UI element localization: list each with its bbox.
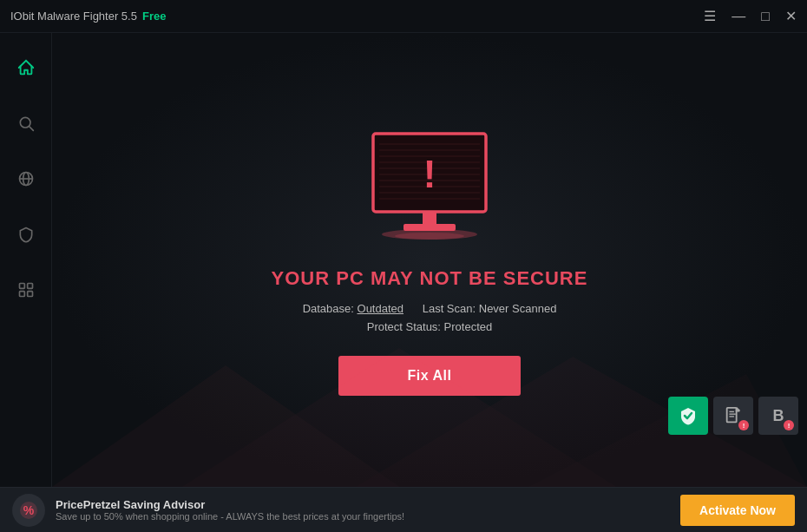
svg-rect-5 <box>19 284 24 289</box>
warning-title: YOUR PC MAY NOT BE SECURE <box>272 267 588 290</box>
promo-text: PricePretzel Saving Advisor Save up to 5… <box>56 498 404 522</box>
sidebar-item-protection[interactable] <box>9 217 43 252</box>
price-pretzel-icon: % <box>12 494 45 527</box>
promo-description: Save up to 50% when shopping online - AL… <box>56 511 404 522</box>
sidebar-item-network[interactable] <box>9 161 43 196</box>
svg-rect-26 <box>423 212 436 224</box>
svg-rect-30 <box>727 408 737 423</box>
menu-icon[interactable]: ☰ <box>704 8 716 24</box>
block-list-button[interactable]: B ! <box>758 397 798 435</box>
app-title-area: IObit Malware Fighter 5.5 Free <box>10 10 166 23</box>
bottom-bar: % PricePretzel Saving Advisor Save up to… <box>0 487 807 532</box>
minimize-icon[interactable]: — <box>732 9 745 24</box>
sidebar <box>0 33 52 487</box>
shield-status-button[interactable] <box>668 397 708 435</box>
sidebar-item-scan[interactable] <box>9 106 43 141</box>
window-controls: ☰ — □ ✕ <box>704 8 797 24</box>
svg-rect-6 <box>27 284 32 289</box>
activate-now-button[interactable]: Activate Now <box>680 495 795 526</box>
close-icon[interactable]: ✕ <box>785 8 797 24</box>
svg-rect-7 <box>19 292 24 297</box>
title-bar: IObit Malware Fighter 5.5 Free ☰ — □ ✕ <box>0 0 807 33</box>
main-content: ! YOUR PC MAY NOT BE SECURE Database: Ou… <box>52 33 807 487</box>
maximize-icon[interactable]: □ <box>761 9 770 24</box>
svg-rect-8 <box>27 292 32 297</box>
bold-b-icon: B <box>773 407 784 425</box>
sidebar-item-home[interactable] <box>9 50 43 85</box>
bottom-icon-group: ! B ! <box>668 397 798 435</box>
free-badge: Free <box>142 10 166 23</box>
warning-monitor-icon: ! <box>360 125 499 250</box>
alert-doc-button[interactable]: ! <box>713 397 753 435</box>
block-list-badge: ! <box>784 420 794 430</box>
sidebar-item-tools[interactable] <box>9 273 43 307</box>
svg-text:!: ! <box>423 153 436 195</box>
promo-title: PricePretzel Saving Advisor <box>56 498 404 511</box>
main-layout: ! YOUR PC MAY NOT BE SECURE Database: Ou… <box>0 33 807 487</box>
promo-area: % PricePretzel Saving Advisor Save up to… <box>12 494 404 527</box>
svg-text:%: % <box>23 503 35 517</box>
app-title: IObit Malware Fighter 5.5 <box>10 10 137 23</box>
svg-line-1 <box>29 127 33 131</box>
alert-doc-badge: ! <box>738 420 749 430</box>
svg-point-29 <box>395 233 464 240</box>
